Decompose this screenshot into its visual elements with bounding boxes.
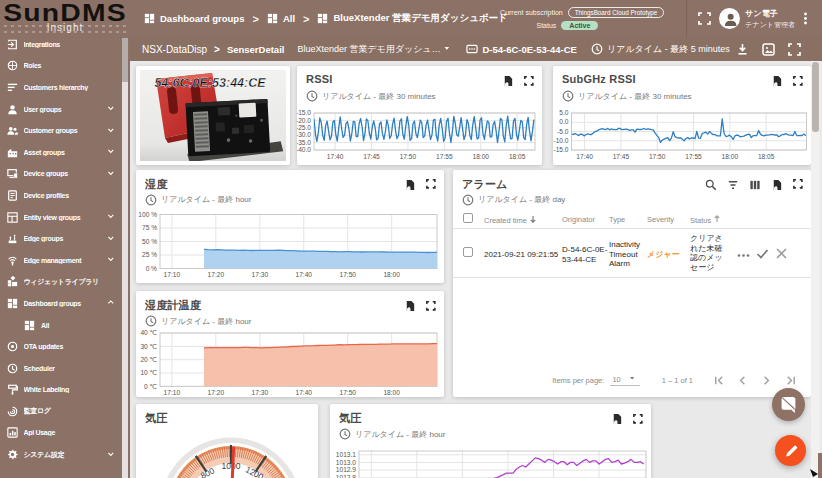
svg-text:100 %: 100 %: [138, 210, 157, 217]
widget-device-photo[interactable]: 54:6C:0E:53:44:CE: [136, 66, 290, 165]
clock-icon: [591, 43, 603, 55]
clock-icon: [462, 194, 474, 206]
breadcrumb-label: All: [283, 13, 295, 24]
fullscreen-button[interactable]: [696, 9, 712, 29]
dashboard-image-button[interactable]: [762, 39, 775, 59]
chat-fab[interactable]: [772, 388, 805, 421]
logo[interactable]: SunDMS Insight: [0, 0, 130, 37]
more-menu-button[interactable]: [798, 9, 812, 29]
sidebar-item-entity-view-groups[interactable]: Entity view groups: [0, 206, 122, 228]
breadcrumb-item-current-dashboard[interactable]: BlueXtender 営業デモ用ダッシュボード: [317, 12, 507, 25]
topbar-right: Current subscription ThingsBoard Cloud P…: [500, 0, 814, 37]
sidebar-item-customer-groups[interactable]: Customer groups: [0, 120, 122, 142]
fullscreen-icon: [788, 43, 801, 56]
sidebar-item-customers-hierarchy[interactable]: Customers hierarchy: [0, 77, 122, 99]
sidebar-item-[interactable]: 監査ログ: [0, 401, 122, 423]
sidebar-item-[interactable]: ウィジェットライブラリ: [0, 271, 122, 293]
subscription-chip[interactable]: ThingsBoard Cloud Prototype: [568, 7, 665, 18]
dashboard-state-select[interactable]: BlueXtender 営業デモ用ダッシュボー: [297, 43, 453, 56]
device-mac-overlay: 54:6C:0E:53:44:CE: [154, 76, 266, 90]
rssi-chart[interactable]: 17:4017:4517:5017:5518:0018:05-15.0-20.0…: [297, 66, 542, 165]
alarm-details-button[interactable]: [737, 249, 750, 265]
sidebar-item-all[interactable]: All: [0, 314, 122, 336]
expand-widget-icon[interactable]: [793, 179, 804, 190]
profiles-icon: [7, 190, 18, 201]
column-header-originator[interactable]: Originator: [562, 215, 612, 224]
subghz-chart[interactable]: 17:4017:4517:5017:5518:0018:055.00.0-5.0…: [553, 66, 811, 165]
widget-rssi[interactable]: RSSI リアルタイム - 最終 30 minutes 17:4017:4517…: [297, 66, 542, 165]
svg-text:17:55: 17:55: [436, 153, 453, 160]
widget-title: アラーム: [462, 177, 508, 192]
user-menu[interactable]: サン電子 テナント管理者: [719, 8, 795, 30]
breadcrumb-item-dashboard-groups[interactable]: Dashboard groups: [144, 13, 244, 24]
entity-chip[interactable]: D-54-6C-0E-53-44-CE: [466, 43, 577, 55]
alarm-clear-button[interactable]: [775, 247, 788, 263]
prev-page-button[interactable]: [731, 374, 755, 388]
sidebar-item-edge-management[interactable]: Edge management: [0, 249, 122, 271]
widget-hygrometer-temperature[interactable]: 湿度計温度 リアルタイム - 最終 hour 17:1017:2017:3017…: [136, 291, 444, 397]
sidebar-item-[interactable]: システム設定: [0, 444, 122, 466]
widget-humidity[interactable]: 湿度 リアルタイム - 最終 hour 17:1017:2017:3017:40…: [136, 170, 444, 283]
avatar: [719, 8, 740, 29]
widget-pressure-gauge[interactable]: 気圧 80010001200: [136, 404, 318, 478]
column-header-type[interactable]: Type: [609, 215, 649, 224]
column-header-severity[interactable]: Severity: [647, 215, 689, 224]
row-checkbox[interactable]: [463, 247, 473, 260]
column-header-created-time[interactable]: Created time: [484, 215, 564, 225]
expand-dashboard-button[interactable]: [788, 39, 801, 59]
last-page-button[interactable]: [779, 374, 803, 388]
export-widget-icon[interactable]: [771, 179, 783, 191]
audit-icon: [7, 406, 18, 417]
sidebar-item-device-profiles[interactable]: Device profiles: [0, 185, 122, 207]
filter-icon[interactable]: [727, 179, 739, 191]
sidebar-item-label: Customer groups: [24, 127, 118, 134]
select-all-checkbox[interactable]: [463, 213, 473, 226]
temperature-chart[interactable]: 17:1017:2017:3017:4017:5018:0040 ℃30 ℃20…: [136, 291, 444, 397]
svg-text:-35.0: -35.0: [297, 139, 311, 146]
breadcrumb-item-all[interactable]: All: [267, 13, 295, 24]
svg-text:17:40: 17:40: [296, 271, 313, 278]
sidebar-item-scheduler[interactable]: Scheduler: [0, 357, 122, 379]
sidebar-item-user-groups[interactable]: User groups: [0, 98, 122, 120]
sidebar-item-dashboard-groups[interactable]: Dashboard groups: [0, 293, 122, 315]
export-dashboard-button[interactable]: [736, 39, 749, 59]
alarm-ack-button[interactable]: [756, 247, 769, 263]
sidebar-scrollbar-track[interactable]: [122, 38, 128, 478]
timewindow-label: リアルタイム - 最終 5 minutes: [607, 43, 730, 56]
alarms-table: Created time Originator Type Severity St…: [453, 210, 811, 278]
timewindow-button[interactable]: リアルタイム - 最終 5 minutes: [591, 43, 730, 56]
search-icon[interactable]: [705, 179, 717, 191]
next-page-button[interactable]: [755, 374, 779, 388]
first-page-button[interactable]: [707, 374, 731, 388]
sidebar-item-asset-groups[interactable]: Asset groups: [0, 141, 122, 163]
alarm-row[interactable]: 2021-09-21 09:21:55 D-54-6C-0E-53-44-CE …: [453, 229, 811, 278]
sidebar-item-device-groups[interactable]: Device groups: [0, 163, 122, 185]
sidebar-item-white-labeling[interactable]: White Labeling: [0, 379, 122, 401]
dashboards-icon: [267, 13, 278, 24]
svg-text:17:50: 17:50: [339, 389, 356, 396]
column-header-status[interactable]: Status: [690, 215, 725, 225]
sidebar-item-label: Customers hierarchy: [24, 84, 118, 91]
widget-subghz-rssi[interactable]: SubGHz RSSI リアルタイム - 最終 30 minutes 17:40…: [553, 66, 811, 165]
pressure-gauge: 80010001200: [136, 404, 318, 478]
sidebar-item-integrations[interactable]: Integrations: [0, 34, 122, 56]
svg-text:-5.0: -5.0: [557, 128, 569, 135]
columns-icon[interactable]: [749, 179, 761, 191]
page-scrollbar-thumb[interactable]: [812, 62, 819, 132]
sidebar-item-api-usage[interactable]: Api Usage: [0, 422, 122, 444]
svg-text:17:45: 17:45: [363, 153, 380, 160]
sidebar-item-label: White Labeling: [24, 386, 118, 393]
humidity-chart[interactable]: 17:1017:2017:3017:4017:5018:00100 %75 %5…: [136, 170, 444, 283]
sidebar-item-label: Dashboard groups: [24, 300, 118, 307]
sidebar-scrollbar-thumb[interactable]: [122, 38, 128, 82]
widget-alarms[interactable]: アラーム リアルタイム - 最終 day Created time Origin…: [453, 170, 811, 397]
sidebar-item-roles[interactable]: Roles: [0, 55, 122, 77]
sort-asc-icon: [713, 215, 721, 223]
pressure-chart[interactable]: 17:1017:2017:3017:4017:5018:001013.11013…: [330, 404, 651, 478]
sidebar-item-edge-groups[interactable]: Edge groups: [0, 228, 122, 250]
svg-text:17:50: 17:50: [339, 271, 356, 278]
edit-dashboard-fab[interactable]: [775, 435, 806, 466]
sidebar-item-ota-updates[interactable]: OTA updates: [0, 336, 122, 358]
page-size-select[interactable]: 10: [610, 375, 639, 386]
widget-pressure-chart[interactable]: 気圧 リアルタイム - 最終 hour 17:1017:2017:3017:40…: [330, 404, 651, 478]
